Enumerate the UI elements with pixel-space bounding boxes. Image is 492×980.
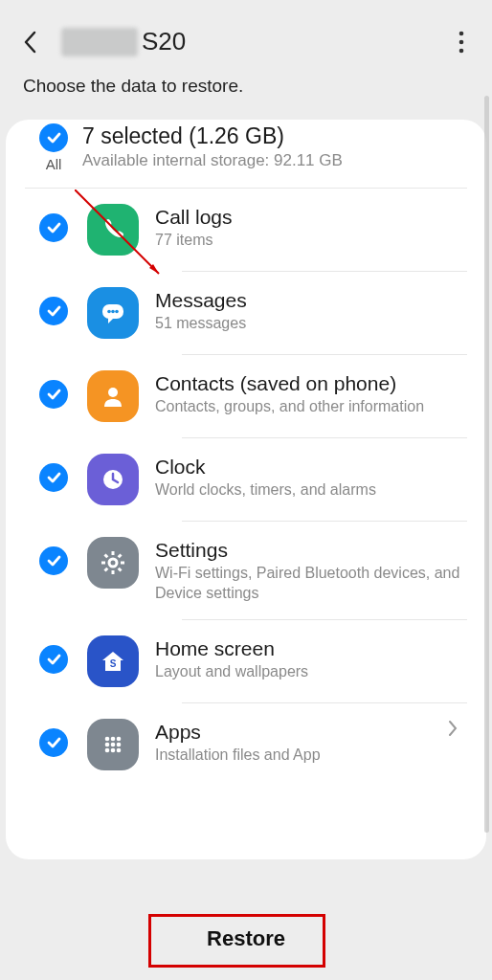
back-button[interactable] bbox=[17, 29, 44, 56]
item-title: Contacts (saved on phone) bbox=[155, 372, 467, 395]
item-title: Messages bbox=[155, 289, 467, 312]
item-title: Call logs bbox=[155, 206, 467, 229]
item-checkbox[interactable] bbox=[39, 728, 68, 757]
restore-card: All 7 selected (1.26 GB) Available inter… bbox=[6, 120, 486, 859]
item-subtitle: Contacts, groups, and other information bbox=[155, 397, 467, 417]
svg-point-20 bbox=[111, 736, 116, 741]
list-item[interactable]: SHome screenLayout and wallpapers bbox=[6, 620, 486, 702]
item-checkbox[interactable] bbox=[39, 380, 68, 409]
device-name-redacted bbox=[61, 28, 138, 56]
svg-point-21 bbox=[117, 736, 122, 741]
svg-point-5 bbox=[111, 310, 115, 314]
chevron-right-icon[interactable] bbox=[438, 719, 467, 738]
item-subtitle: Layout and wallpapers bbox=[155, 662, 467, 682]
svg-line-16 bbox=[105, 568, 108, 571]
instruction-text: Choose the data to restore. bbox=[0, 76, 492, 120]
item-checkbox[interactable] bbox=[39, 546, 68, 575]
svg-point-6 bbox=[115, 310, 119, 314]
header: S20 bbox=[0, 0, 492, 76]
item-checkbox[interactable] bbox=[39, 463, 68, 492]
svg-point-25 bbox=[105, 747, 110, 752]
item-checkbox[interactable] bbox=[39, 645, 68, 674]
svg-point-22 bbox=[105, 742, 110, 746]
restore-button[interactable]: Restore bbox=[178, 917, 314, 961]
item-title: Settings bbox=[155, 539, 467, 562]
storage-available: Available internal storage: 92.11 GB bbox=[82, 151, 467, 170]
selection-summary: 7 selected (1.26 GB) bbox=[82, 123, 467, 149]
list-item[interactable]: Call logs77 items bbox=[6, 189, 486, 271]
list-item[interactable]: Messages51 messages bbox=[6, 272, 486, 354]
svg-point-19 bbox=[105, 736, 110, 741]
svg-point-23 bbox=[111, 742, 116, 746]
svg-line-15 bbox=[119, 568, 122, 571]
list-item[interactable]: ClockWorld clocks, timers, and alarms bbox=[6, 438, 486, 521]
select-all-row[interactable]: All 7 selected (1.26 GB) Available inter… bbox=[6, 120, 486, 188]
svg-point-1 bbox=[459, 39, 464, 44]
clock-icon bbox=[87, 454, 139, 505]
item-subtitle: Wi-Fi settings, Paired Bluetooth devices… bbox=[155, 564, 467, 604]
item-checkbox[interactable] bbox=[39, 297, 68, 325]
item-title: Clock bbox=[155, 456, 467, 479]
svg-point-24 bbox=[117, 742, 122, 746]
chat-icon bbox=[87, 287, 139, 339]
item-subtitle: Installation files and App bbox=[155, 746, 438, 766]
grid-icon bbox=[87, 719, 139, 770]
person-icon bbox=[87, 370, 139, 422]
device-name-suffix: S20 bbox=[142, 27, 186, 56]
svg-text:S: S bbox=[110, 658, 117, 669]
item-subtitle: 51 messages bbox=[155, 314, 467, 334]
svg-point-4 bbox=[107, 310, 111, 314]
phone-icon bbox=[87, 204, 139, 256]
gear-icon bbox=[87, 537, 139, 589]
svg-point-26 bbox=[111, 747, 116, 752]
svg-point-9 bbox=[109, 559, 117, 567]
svg-point-2 bbox=[459, 48, 464, 53]
more-menu-button[interactable] bbox=[448, 29, 475, 56]
item-subtitle: 77 items bbox=[155, 231, 467, 251]
scrollbar[interactable] bbox=[484, 96, 489, 833]
item-title: Apps bbox=[155, 721, 438, 744]
select-all-checkbox[interactable] bbox=[39, 123, 68, 152]
svg-line-17 bbox=[119, 555, 122, 558]
item-subtitle: World clocks, timers, and alarms bbox=[155, 480, 467, 501]
svg-point-0 bbox=[459, 31, 464, 35]
svg-line-14 bbox=[105, 555, 108, 558]
svg-point-27 bbox=[117, 747, 122, 752]
home-icon: S bbox=[87, 635, 139, 687]
list-item[interactable]: AppsInstallation files and App bbox=[6, 703, 486, 786]
action-bar: Restore bbox=[0, 900, 492, 980]
list-item[interactable]: Contacts (saved on phone)Contacts, group… bbox=[6, 355, 486, 437]
item-title: Home screen bbox=[155, 637, 467, 660]
list-item[interactable]: SettingsWi-Fi settings, Paired Bluetooth… bbox=[6, 522, 486, 619]
select-all-label: All bbox=[25, 156, 82, 172]
item-checkbox[interactable] bbox=[39, 213, 68, 242]
svg-point-7 bbox=[108, 388, 118, 397]
